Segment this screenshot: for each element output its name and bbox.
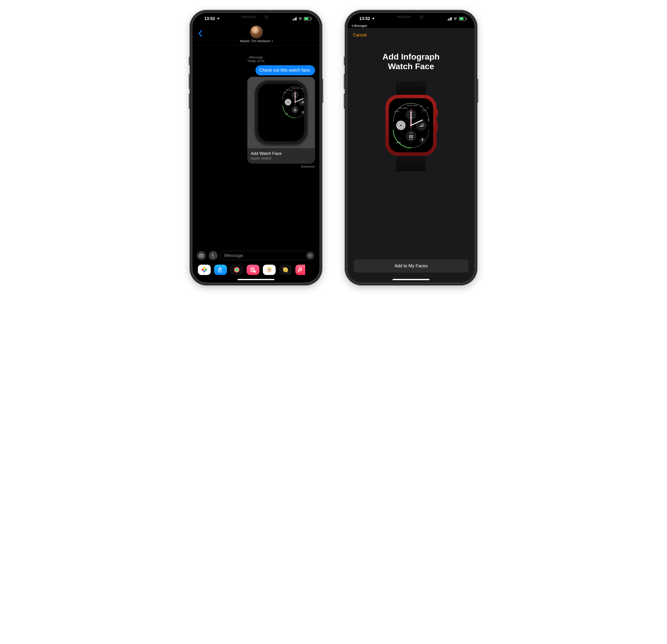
wifi-icon [298, 17, 303, 20]
svg-rect-57 [268, 269, 271, 270]
battery-icon [304, 17, 312, 20]
compose-input[interactable]: iMessage [221, 251, 315, 260]
svg-point-44 [203, 267, 206, 269]
back-button[interactable] [197, 30, 204, 38]
modal-title: Add Infograph Watch Face [383, 52, 440, 71]
watch-face-card[interactable]: Add Watch Face Apple Watch [247, 77, 315, 164]
compose-row: iMessage [193, 248, 320, 263]
home-indicator[interactable] [393, 279, 429, 280]
audio-message-button[interactable] [306, 252, 314, 259]
cancel-button[interactable]: Cancel [353, 32, 367, 38]
app-photos[interactable] [198, 264, 211, 275]
add-to-my-faces-button[interactable]: Add to My Faces [354, 259, 469, 273]
svg-point-45 [205, 269, 207, 271]
thread-timestamp: iMessage Today 13:51 [197, 55, 315, 63]
signal-icon [293, 17, 297, 20]
delivery-status: Delivered [301, 165, 314, 168]
location-icon [216, 17, 220, 20]
camera-button[interactable] [197, 251, 206, 260]
status-time: 13:52 [359, 16, 370, 21]
notch [383, 13, 439, 21]
conversation: iMessage Today 13:51 Check out this watc… [193, 46, 320, 248]
battery-icon [459, 17, 467, 20]
svg-point-52 [254, 270, 256, 273]
sent-message[interactable]: Check out this watch face. [256, 65, 315, 75]
card-title: Add Watch Face [251, 151, 312, 156]
messages-header: Maybe: Tim Hardwick [193, 25, 320, 46]
svg-point-47 [201, 269, 204, 271]
chevron-left-icon [352, 25, 353, 27]
app-activity[interactable] [230, 264, 243, 275]
apps-button[interactable] [209, 251, 217, 260]
avatar [250, 26, 263, 38]
location-icon [371, 17, 375, 20]
watch-face-preview [247, 77, 315, 148]
signal-icon [448, 17, 452, 20]
card-subtitle: Apple Watch [251, 156, 312, 160]
svg-line-53 [256, 272, 256, 273]
watch-hero [383, 81, 439, 172]
app-store[interactable] [214, 264, 227, 275]
compose-placeholder: iMessage [224, 253, 243, 258]
svg-point-60 [286, 269, 287, 270]
app-animoji[interactable] [279, 264, 292, 275]
iphone-left: 13:52 Maybe: Tim Hardwick [190, 10, 322, 286]
contact-header[interactable]: Maybe: Tim Hardwick [240, 26, 273, 43]
status-time: 13:52 [204, 16, 215, 21]
svg-point-50 [236, 269, 238, 271]
watch-modal-header: Cancel [347, 28, 474, 39]
app-globe[interactable] [247, 264, 259, 275]
iphone-right: 13:52 Messages Cancel Add Infograph Watc… [345, 10, 477, 286]
svg-point-59 [284, 269, 285, 270]
chevron-right-icon [271, 40, 273, 42]
digital-crown-icon [436, 109, 438, 115]
infograph-dial [258, 84, 304, 120]
contact-name-label: Maybe: Tim Hardwick [240, 39, 270, 43]
wifi-icon [453, 17, 458, 20]
infograph-dial [389, 98, 433, 152]
notch [228, 13, 284, 21]
svg-point-58 [283, 267, 288, 272]
watch-modal-body: Add Infograph Watch Face Add to My Faces [347, 39, 474, 283]
svg-point-46 [203, 270, 206, 273]
imessage-app-row [193, 263, 320, 277]
home-indicator[interactable] [238, 279, 274, 280]
app-music[interactable] [295, 264, 305, 275]
app-memoji[interactable] [263, 264, 276, 275]
back-to-app[interactable]: Messages [347, 24, 474, 28]
